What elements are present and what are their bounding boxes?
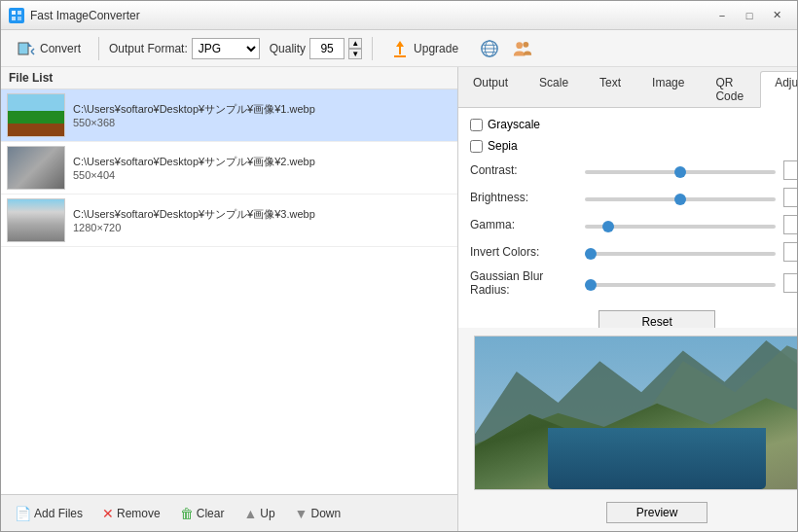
- file-dims-2: 550×404: [73, 169, 452, 181]
- preview-area: [474, 336, 797, 491]
- close-button[interactable]: ✕: [764, 6, 789, 25]
- svg-rect-0: [12, 11, 16, 15]
- tab-qr-code[interactable]: QR Code: [701, 71, 758, 107]
- adjustments-panel: Grayscale Sepia Contrast:: [470, 118, 797, 328]
- brightness-label: Brightness:: [470, 191, 577, 204]
- sepia-checkbox[interactable]: [470, 140, 483, 153]
- tab-adjustments[interactable]: Adjustments: [760, 71, 797, 108]
- format-select[interactable]: JPG PNG BMP GIF TIFF WEBP: [192, 38, 260, 59]
- up-icon: ▲: [243, 506, 257, 521]
- file-list: C:\Users¥softaro¥Desktop¥サンプル¥画像¥1.webp …: [1, 89, 457, 494]
- add-files-icon: 📄: [15, 506, 31, 521]
- file-item-2[interactable]: C:\Users¥softaro¥Desktop¥サンプル¥画像¥2.webp …: [1, 142, 457, 195]
- file-item-3[interactable]: C:\Users¥softaro¥Desktop¥サンプル¥画像¥3.webp …: [1, 195, 457, 247]
- quality-spinners: ▲ ▼: [348, 38, 362, 59]
- gaussian-blur-value-input[interactable]: [783, 273, 797, 293]
- output-format-label: Output Format:: [109, 42, 188, 55]
- up-label: Up: [260, 507, 274, 520]
- invert-colors-row: Invert Colors: ▲ ▼: [470, 242, 797, 262]
- brightness-row: Brightness: ▲ ▼: [470, 188, 797, 207]
- up-button[interactable]: ▲ Up: [236, 503, 282, 524]
- gamma-slider[interactable]: [585, 225, 776, 229]
- down-button[interactable]: ▼ Down: [287, 503, 349, 524]
- quality-group: Quality 95 ▲ ▼: [270, 38, 362, 59]
- brightness-slider[interactable]: [585, 197, 776, 201]
- window-controls: − □ ✕: [709, 6, 789, 25]
- gaussian-blur-label: Gaussian Blur Radius:: [470, 269, 577, 297]
- contrast-slider[interactable]: [585, 170, 776, 174]
- convert-icon: [17, 39, 36, 58]
- toolbar-separator-2: [372, 37, 373, 60]
- toolbar-separator-1: [98, 37, 99, 60]
- gaussian-blur-slider[interactable]: [585, 283, 776, 287]
- down-label: Down: [310, 507, 341, 520]
- tabs: Output Scale Text Image QR Code Adjustme…: [458, 67, 797, 108]
- svg-point-22: [506, 475, 631, 489]
- tab-scale[interactable]: Scale: [525, 71, 583, 107]
- gaussian-blur-value-group: ▲ ▼: [783, 273, 797, 293]
- clear-icon: 🗑: [180, 506, 194, 521]
- svg-marker-21: [766, 412, 797, 489]
- sepia-row: Sepia: [470, 139, 797, 153]
- invert-colors-label: Invert Colors:: [470, 245, 577, 259]
- quality-input[interactable]: 95: [309, 38, 345, 59]
- contrast-label: Contrast:: [470, 163, 577, 177]
- gamma-row: Gamma: ▲ ▼: [470, 215, 797, 234]
- svg-marker-5: [28, 43, 32, 47]
- svg-marker-6: [396, 41, 404, 54]
- quality-down-button[interactable]: ▼: [348, 49, 362, 59]
- add-files-button[interactable]: 📄 Add Files: [7, 503, 91, 524]
- users-icon[interactable]: [513, 39, 532, 58]
- grayscale-row: Grayscale: [470, 118, 797, 131]
- file-item-1[interactable]: C:\Users¥softaro¥Desktop¥サンプル¥画像¥1.webp …: [1, 89, 457, 142]
- svg-rect-1: [18, 11, 21, 15]
- convert-button[interactable]: Convert: [9, 36, 89, 61]
- invert-colors-value-input[interactable]: [783, 242, 797, 262]
- gamma-label: Gamma:: [470, 218, 577, 231]
- main-window: Fast ImageConverter − □ ✕ Convert Output…: [0, 0, 798, 532]
- tab-text[interactable]: Text: [585, 71, 635, 107]
- upgrade-button[interactable]: Upgrade: [382, 36, 466, 61]
- maximize-button[interactable]: □: [737, 6, 762, 25]
- clear-label: Clear: [197, 507, 225, 520]
- invert-colors-value-group: ▲ ▼: [783, 242, 797, 262]
- remove-button[interactable]: ✕ Remove: [94, 503, 168, 524]
- svg-point-18: [615, 443, 699, 475]
- minimize-button[interactable]: −: [709, 6, 735, 25]
- preview-image: [475, 337, 797, 490]
- globe-icon[interactable]: [480, 39, 499, 58]
- svg-point-13: [516, 42, 523, 49]
- contrast-value-input[interactable]: [783, 160, 797, 180]
- svg-point-23: [693, 485, 797, 489]
- svg-rect-3: [18, 17, 21, 20]
- invert-colors-slider[interactable]: [585, 252, 776, 256]
- grayscale-label: Grayscale: [488, 118, 540, 131]
- tab-output[interactable]: Output: [458, 71, 523, 107]
- tab-content-adjustments: Grayscale Sepia Contrast:: [458, 108, 797, 328]
- clear-button[interactable]: 🗑 Clear: [172, 503, 233, 524]
- file-list-panel: File List C:\Users¥softaro¥Desktop¥サンプル¥…: [1, 67, 458, 531]
- svg-rect-4: [18, 43, 28, 54]
- file-path-3: C:\Users¥softaro¥Desktop¥サンプル¥画像¥3.webp: [73, 207, 452, 222]
- tab-image[interactable]: Image: [637, 71, 699, 107]
- bottom-bar: 📄 Add Files ✕ Remove 🗑 Clear ▲ Up ▼: [1, 494, 457, 531]
- contrast-row: Contrast: ▲ ▼: [470, 160, 797, 180]
- gamma-value-input[interactable]: [783, 215, 797, 234]
- file-info-3: C:\Users¥softaro¥Desktop¥サンプル¥画像¥3.webp …: [73, 207, 452, 233]
- app-icon: [9, 8, 24, 23]
- file-thumbnail-2: [7, 146, 65, 190]
- quality-label: Quality: [270, 42, 306, 55]
- gaussian-blur-row: Gaussian Blur Radius: ▲ ▼: [470, 269, 797, 297]
- preview-button[interactable]: Preview: [606, 502, 708, 523]
- down-icon: ▼: [295, 506, 308, 521]
- file-thumbnail-3: [7, 198, 65, 242]
- grayscale-checkbox[interactable]: [470, 119, 483, 131]
- upgrade-icon: [390, 39, 410, 58]
- remove-icon: ✕: [102, 506, 114, 521]
- file-info-1: C:\Users¥softaro¥Desktop¥サンプル¥画像¥1.webp …: [73, 102, 452, 128]
- reset-button[interactable]: Reset: [598, 310, 715, 328]
- remove-label: Remove: [117, 507, 161, 520]
- brightness-value-input[interactable]: [783, 188, 797, 207]
- quality-up-button[interactable]: ▲: [348, 38, 362, 49]
- convert-label: Convert: [40, 42, 81, 55]
